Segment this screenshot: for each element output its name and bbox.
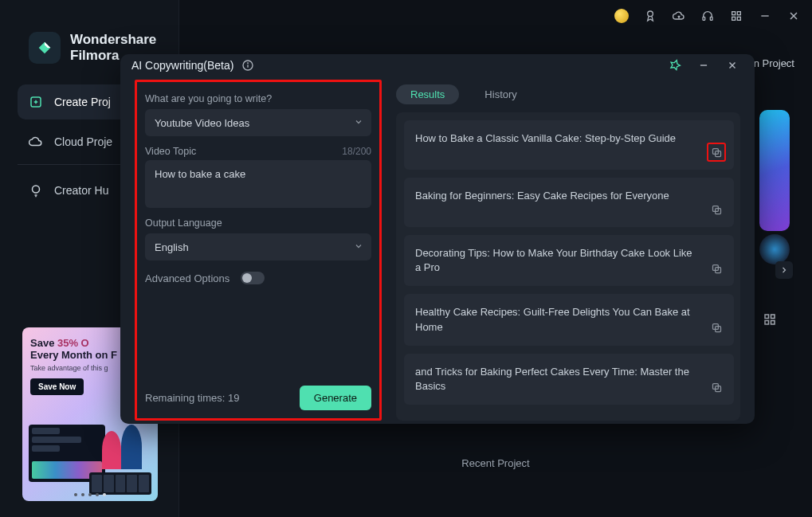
result-item[interactable]: Decorating Tips: How to Make Your Birthd… (404, 235, 734, 286)
result-item[interactable]: Baking for Beginners: Easy Cake Recipes … (404, 178, 734, 227)
chevron-down-icon (354, 241, 363, 253)
result-text: Baking for Beginners: Easy Cake Recipes … (415, 189, 669, 203)
open-project-link[interactable]: en Project (747, 57, 794, 69)
recent-project-heading: Recent Project (461, 457, 529, 469)
carousel-next-button[interactable] (775, 261, 793, 279)
result-text: How to Bake a Classic Vanilla Cake: Step… (415, 131, 676, 146)
chevron-down-icon (354, 117, 363, 129)
plus-square-icon (29, 95, 43, 109)
glow-orb (759, 234, 790, 264)
result-text: Healthy Cake Recipes: Guilt-Free Delight… (415, 305, 697, 334)
modal-title: AI Copywriting(Beta) (131, 59, 233, 72)
write-type-value: Youtube Video Ideas (155, 117, 249, 129)
char-count: 18/200 (342, 146, 371, 157)
minimize-icon[interactable] (692, 54, 715, 76)
apps-grid-icon[interactable] (729, 9, 743, 23)
pin-icon[interactable] (664, 54, 686, 76)
write-type-select[interactable]: Youtube Video Ideas (145, 109, 371, 136)
ai-copywriting-modal: AI Copywriting(Beta) What are you going … (120, 54, 755, 424)
advanced-toggle[interactable] (241, 272, 265, 284)
result-text: and Tricks for Baking Perfect Cakes Ever… (415, 365, 697, 394)
copy-icon[interactable] (707, 143, 726, 162)
minimize-icon[interactable] (758, 9, 772, 23)
copy-icon[interactable] (707, 378, 726, 397)
sidebar-item-label: Cloud Proje (54, 135, 112, 148)
svg-rect-3 (732, 12, 736, 15)
info-icon[interactable] (241, 59, 254, 72)
svg-point-15 (33, 186, 40, 193)
prompt-label: What are you going to write? (145, 93, 371, 104)
remaining-count: Remaining times: 19 (145, 392, 240, 404)
svg-rect-19 (771, 315, 775, 319)
close-icon[interactable] (787, 9, 801, 23)
input-panel: What are you going to write? Youtube Vid… (135, 80, 382, 421)
svg-point-24 (248, 63, 249, 64)
result-item[interactable]: Healthy Cake Recipes: Guilt-Free Delight… (404, 294, 734, 345)
language-value: English (155, 241, 189, 253)
advanced-label: Advanced Options (145, 272, 229, 284)
generate-button[interactable]: Generate (300, 386, 371, 410)
coin-icon[interactable] (614, 9, 629, 23)
svg-rect-2 (710, 17, 712, 20)
lightbulb-icon (29, 183, 43, 198)
cloud-icon (29, 135, 43, 149)
sidebar-item-label: Create Proj (54, 96, 111, 108)
tab-history[interactable]: History (470, 84, 531, 104)
topic-input[interactable] (145, 160, 371, 208)
svg-rect-4 (737, 12, 740, 15)
result-item[interactable]: and Tricks for Baking Perfect Cakes Ever… (404, 354, 734, 405)
filmora-logo-icon (29, 32, 61, 64)
result-item[interactable]: How to Bake a Classic Vanilla Cake: Step… (404, 120, 734, 170)
template-card[interactable] (759, 110, 790, 231)
headphones-icon[interactable] (700, 9, 715, 23)
svg-rect-5 (732, 17, 736, 20)
svg-rect-1 (703, 17, 705, 20)
svg-rect-21 (771, 321, 775, 325)
svg-rect-18 (765, 315, 769, 319)
svg-rect-6 (737, 17, 740, 20)
carousel-dots[interactable] (22, 493, 158, 496)
modal-header: AI Copywriting(Beta) (120, 54, 755, 76)
promo-save-button[interactable]: Save Now (30, 378, 84, 395)
results-list: How to Bake a Classic Vanilla Cake: Step… (396, 112, 740, 421)
result-text: Decorating Tips: How to Make Your Birthd… (415, 246, 697, 275)
svg-point-0 (648, 11, 653, 17)
copy-icon[interactable] (707, 319, 726, 338)
svg-rect-20 (765, 321, 769, 325)
close-icon[interactable] (721, 54, 743, 76)
results-panel: Results History How to Bake a Classic Va… (396, 80, 740, 421)
lang-label: Output Language (145, 217, 371, 229)
sidebar-item-label: Creator Hu (54, 184, 108, 197)
copy-icon[interactable] (707, 259, 726, 278)
tab-results[interactable]: Results (396, 84, 459, 104)
language-select[interactable]: English (145, 233, 371, 260)
cloud-upload-icon[interactable] (672, 9, 686, 23)
grid-view-icon[interactable] (763, 312, 777, 327)
brand-line1: Wondershare (70, 32, 156, 48)
copy-icon[interactable] (707, 200, 726, 219)
badge-icon[interactable] (643, 9, 657, 23)
topic-label: Video Topic (145, 146, 196, 157)
